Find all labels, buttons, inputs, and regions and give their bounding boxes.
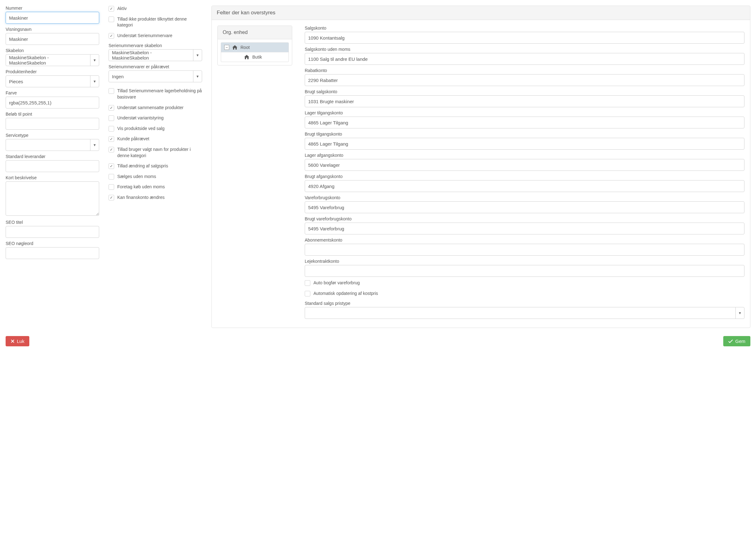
skabelon-value: MaskineSkabelon - MaskineSkabelon bbox=[6, 55, 90, 66]
brugt-tilgang-label: Brugt tilgangskonto bbox=[305, 132, 745, 137]
home-icon bbox=[232, 45, 237, 50]
luk-label: Luk bbox=[17, 338, 24, 344]
skabelon-select[interactable]: MaskineSkabelon - MaskineSkabelon ▼ bbox=[6, 54, 99, 66]
aktiv-checkbox[interactable]: ✓ bbox=[109, 6, 114, 11]
lager-afgang-label: Lager afgangskonto bbox=[305, 153, 745, 158]
seonogle-input[interactable] bbox=[6, 247, 99, 259]
salgskonto-input[interactable] bbox=[305, 32, 745, 44]
std-salgspris-select[interactable]: ▼ bbox=[305, 307, 745, 319]
std-salgspris-label: Standard salgs pristype bbox=[305, 301, 745, 306]
tillad-serie-lager-checkbox[interactable] bbox=[109, 88, 114, 94]
tillad-aendring-pris-label: Tillad ændring af salgspris bbox=[117, 163, 168, 169]
brugt-afgang-input[interactable] bbox=[305, 180, 745, 192]
vis-produktside-label: Vis produktside ved salg bbox=[117, 126, 165, 132]
leverandor-label: Standard leverandør bbox=[6, 154, 99, 159]
vis-produktside-checkbox[interactable] bbox=[109, 126, 114, 132]
serievarer-pakraevet-label: Serienummervarer er påkrævet bbox=[109, 64, 202, 69]
nummer-input[interactable] bbox=[6, 12, 99, 24]
skabelon-label: Skabelon bbox=[6, 48, 99, 53]
home-icon bbox=[244, 55, 249, 59]
kunde-pakraevet-label: Kunde påkrævet bbox=[117, 136, 149, 142]
kan-finanskonto-label: Kan finanskonto ændres bbox=[117, 194, 165, 201]
serievarer-pakraevet-select[interactable]: Ingen ▼ bbox=[109, 70, 202, 82]
understot-variant-checkbox[interactable] bbox=[109, 115, 114, 121]
collapse-icon[interactable]: − bbox=[224, 45, 229, 50]
check-icon bbox=[728, 339, 733, 343]
vareforbrug-input[interactable] bbox=[305, 202, 745, 213]
foretag-kob-uden-moms-checkbox[interactable] bbox=[109, 184, 114, 190]
seotitel-label: SEO titel bbox=[6, 220, 99, 225]
understot-serie-label: Understøt Serienummervare bbox=[117, 33, 173, 39]
saelges-uden-moms-checkbox[interactable] bbox=[109, 174, 114, 179]
tree-butik-label: Butik bbox=[252, 55, 262, 60]
chevron-down-icon[interactable]: ▼ bbox=[90, 76, 99, 87]
chevron-down-icon[interactable]: ▼ bbox=[193, 71, 202, 82]
tree-root-label: Root bbox=[240, 45, 250, 50]
lager-afgang-input[interactable] bbox=[305, 159, 745, 171]
gem-label: Gem bbox=[735, 338, 745, 344]
aktiv-label: Aktiv bbox=[117, 6, 127, 12]
org-enhed-title: Org. enhed bbox=[218, 26, 292, 39]
servicetype-value bbox=[6, 139, 90, 151]
kan-finanskonto-checkbox[interactable]: ✓ bbox=[109, 195, 114, 201]
tillad-ikke-checkbox[interactable] bbox=[109, 16, 114, 22]
brugt-salg-input[interactable] bbox=[305, 95, 745, 107]
lejekontrakt-input[interactable] bbox=[305, 265, 745, 277]
brugt-salg-label: Brugt salgskonto bbox=[305, 89, 745, 94]
auto-kostpris-label: Automatisk opdatering af kostpris bbox=[314, 291, 378, 297]
abonnement-label: Abonnementskonto bbox=[305, 238, 745, 242]
leverandor-input[interactable] bbox=[6, 160, 99, 172]
org-enhed-panel: Org. enhed − Root bbox=[217, 25, 292, 66]
chevron-down-icon[interactable]: ▼ bbox=[193, 50, 202, 61]
servicetype-label: Servicetype bbox=[6, 133, 99, 138]
tillad-ikke-label: Tillad ikke produkter tilknyttet denne k… bbox=[117, 16, 202, 28]
chevron-down-icon[interactable]: ▼ bbox=[90, 139, 99, 151]
nummer-label: Nummer bbox=[6, 6, 99, 11]
seotitel-input[interactable] bbox=[6, 226, 99, 238]
auto-bogfor-checkbox[interactable] bbox=[305, 280, 310, 286]
belob-label: Beløb til point bbox=[6, 111, 99, 116]
serievarer-pakraevet-value: Ingen bbox=[109, 71, 193, 82]
servicetype-select[interactable]: ▼ bbox=[6, 139, 99, 151]
lager-tilgang-label: Lager tilgangskonto bbox=[305, 110, 745, 115]
salgskonto-uden-input[interactable] bbox=[305, 53, 745, 65]
tree-root[interactable]: − Root bbox=[221, 43, 288, 52]
understot-serie-checkbox[interactable]: ✓ bbox=[109, 33, 114, 38]
tillad-aendring-pris-checkbox[interactable]: ✓ bbox=[109, 163, 114, 169]
produktenheder-label: Produktenheder bbox=[6, 69, 99, 74]
tillad-bruger-navn-checkbox[interactable]: ✓ bbox=[109, 147, 114, 152]
serievare-skabelon-label: Serienummervare skabelon bbox=[109, 43, 202, 48]
farve-input[interactable] bbox=[6, 97, 99, 108]
foretag-kob-uden-moms-label: Foretag køb uden moms bbox=[117, 184, 165, 190]
std-salgspris-value bbox=[305, 307, 736, 319]
kunde-pakraevet-checkbox[interactable]: ✓ bbox=[109, 136, 114, 142]
salgskonto-label: Salgskonto bbox=[305, 25, 745, 30]
luk-button[interactable]: Luk bbox=[6, 336, 29, 346]
kort-textarea[interactable] bbox=[6, 181, 99, 216]
rabatkonto-input[interactable] bbox=[305, 74, 745, 86]
gem-button[interactable]: Gem bbox=[723, 336, 750, 346]
brugt-vareforbrug-input[interactable] bbox=[305, 223, 745, 234]
abonnement-input[interactable] bbox=[305, 244, 745, 256]
understot-sammensatte-checkbox[interactable]: ✓ bbox=[109, 105, 114, 111]
salgskonto-uden-label: Salgskonto uden moms bbox=[305, 47, 745, 52]
lager-tilgang-input[interactable] bbox=[305, 116, 745, 129]
overstyres-panel: Felter der kan overstyres Org. enhed − bbox=[211, 6, 750, 328]
serievare-skabelon-value: MaskineSkabelon - MaskineSkabelon bbox=[109, 50, 193, 61]
brugt-tilgang-input[interactable] bbox=[305, 138, 745, 150]
chevron-down-icon[interactable]: ▼ bbox=[736, 307, 744, 319]
vareforbrug-label: Vareforbrugskonto bbox=[305, 195, 745, 200]
serievare-skabelon-select[interactable]: MaskineSkabelon - MaskineSkabelon ▼ bbox=[109, 49, 202, 61]
kort-label: Kort beskrivelse bbox=[6, 175, 99, 180]
seonogle-label: SEO nøgleord bbox=[6, 241, 99, 246]
visningsnavn-input[interactable] bbox=[6, 33, 99, 45]
org-tree: − Root bbox=[221, 43, 289, 62]
tree-butik[interactable]: Butik bbox=[221, 52, 288, 62]
saelges-uden-moms-label: Sælges uden moms bbox=[117, 174, 156, 180]
auto-kostpris-checkbox[interactable] bbox=[305, 291, 310, 297]
produktenheder-select[interactable]: Pieces ▼ bbox=[6, 75, 99, 87]
understot-sammensatte-label: Understøt sammensatte produkter bbox=[117, 105, 183, 111]
belob-input[interactable] bbox=[6, 118, 99, 130]
farve-label: Farve bbox=[6, 90, 99, 95]
chevron-down-icon[interactable]: ▼ bbox=[90, 55, 99, 66]
